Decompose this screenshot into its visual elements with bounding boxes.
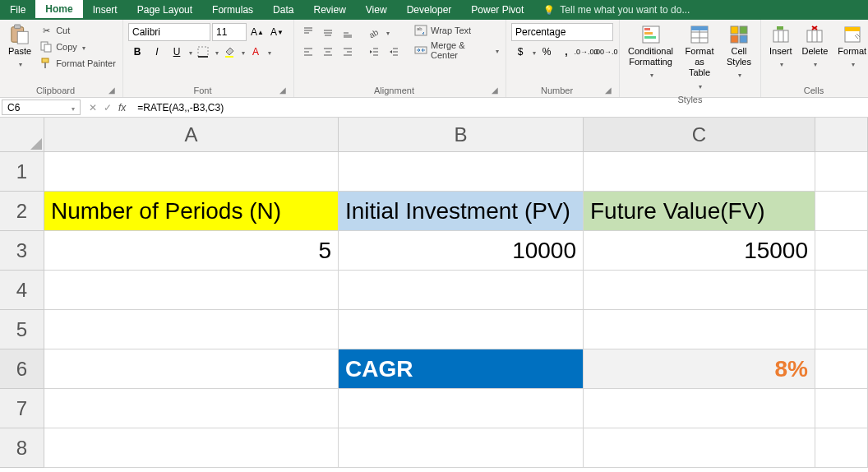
fill-dropdown-icon[interactable] bbox=[240, 46, 245, 58]
increase-indent-button[interactable] bbox=[385, 43, 403, 61]
paste-button[interactable]: Paste bbox=[5, 23, 35, 71]
cell-a5[interactable] bbox=[44, 310, 339, 349]
cell-d1[interactable] bbox=[815, 152, 868, 192]
clipboard-launcher-icon[interactable]: ◢ bbox=[106, 84, 118, 95]
cell-b4[interactable] bbox=[339, 271, 584, 310]
col-head-blank[interactable] bbox=[815, 118, 868, 152]
cell-a1[interactable] bbox=[44, 152, 339, 192]
align-center-button[interactable] bbox=[319, 43, 337, 61]
orientation-dropdown-icon[interactable] bbox=[385, 26, 390, 38]
align-top-button[interactable] bbox=[299, 23, 317, 41]
format-painter-button[interactable]: Format Painter bbox=[38, 56, 118, 71]
fill-color-button[interactable] bbox=[220, 43, 238, 61]
cell-styles-button[interactable]: Cell Styles bbox=[723, 23, 755, 82]
tab-view[interactable]: View bbox=[356, 0, 397, 20]
borders-button[interactable] bbox=[194, 43, 212, 61]
font-name-select[interactable] bbox=[128, 23, 210, 41]
number-launcher-icon[interactable]: ◢ bbox=[603, 84, 614, 95]
font-size-select[interactable] bbox=[212, 23, 247, 41]
tab-file[interactable]: File bbox=[0, 0, 35, 20]
comma-button[interactable]: , bbox=[557, 43, 575, 61]
increase-decimal-button[interactable]: .0→.00 bbox=[577, 43, 595, 61]
font-launcher-icon[interactable]: ◢ bbox=[277, 84, 289, 95]
bold-button[interactable]: B bbox=[128, 43, 146, 61]
copy-button[interactable]: Copy bbox=[38, 39, 118, 54]
cell-a6[interactable] bbox=[44, 349, 339, 389]
row-head-5[interactable]: 5 bbox=[0, 310, 44, 349]
orientation-button[interactable]: ab bbox=[365, 23, 383, 41]
cell-d8[interactable] bbox=[815, 428, 868, 468]
col-head-c[interactable]: C bbox=[584, 118, 815, 152]
decrease-decimal-button[interactable]: .00→.0 bbox=[597, 43, 615, 61]
col-head-b[interactable]: B bbox=[339, 118, 584, 152]
conditional-formatting-button[interactable]: Conditional Formatting bbox=[625, 23, 676, 82]
currency-button[interactable]: $ bbox=[511, 43, 529, 61]
cell-d7[interactable] bbox=[815, 389, 868, 428]
col-head-a[interactable]: A bbox=[44, 118, 339, 152]
tab-insert[interactable]: Insert bbox=[83, 0, 127, 20]
fx-icon[interactable]: fx bbox=[118, 102, 126, 113]
cell-b3[interactable]: 10000 bbox=[339, 231, 584, 271]
cell-d4[interactable] bbox=[815, 271, 868, 310]
cell-d5[interactable] bbox=[815, 310, 868, 349]
row-head-3[interactable]: 3 bbox=[0, 231, 44, 271]
cell-c7[interactable] bbox=[584, 389, 815, 428]
wrap-text-button[interactable]: ab Wrap Text bbox=[413, 23, 501, 38]
tab-home[interactable]: Home bbox=[35, 0, 82, 20]
cell-b1[interactable] bbox=[339, 152, 584, 192]
tab-review[interactable]: Review bbox=[303, 0, 355, 20]
alignment-launcher-icon[interactable]: ◢ bbox=[489, 84, 501, 95]
enter-formula-icon[interactable]: ✓ bbox=[104, 102, 112, 113]
cell-c2[interactable]: Future Value(FV) bbox=[584, 192, 815, 231]
format-cells-button[interactable]: Format bbox=[834, 23, 868, 71]
cell-a2[interactable]: Number of Periods (N) bbox=[44, 192, 339, 231]
cell-b6[interactable]: CAGR bbox=[339, 349, 584, 389]
select-all-corner[interactable] bbox=[0, 118, 44, 152]
tab-formulas[interactable]: Formulas bbox=[202, 0, 263, 20]
row-head-8[interactable]: 8 bbox=[0, 428, 44, 468]
cell-c1[interactable] bbox=[584, 152, 815, 192]
insert-cells-button[interactable]: Insert bbox=[766, 23, 796, 71]
cell-b7[interactable] bbox=[339, 389, 584, 428]
tab-power-pivot[interactable]: Power Pivot bbox=[461, 0, 533, 20]
tab-data[interactable]: Data bbox=[263, 0, 303, 20]
decrease-font-button[interactable]: A▼ bbox=[268, 23, 286, 41]
cell-c6[interactable]: 8% bbox=[584, 349, 815, 389]
cancel-formula-icon[interactable]: ✕ bbox=[89, 102, 97, 113]
align-middle-button[interactable] bbox=[319, 23, 337, 41]
cell-b5[interactable] bbox=[339, 310, 584, 349]
cell-c4[interactable] bbox=[584, 271, 815, 310]
currency-dropdown-icon[interactable] bbox=[531, 46, 536, 58]
row-head-1[interactable]: 1 bbox=[0, 152, 44, 192]
cell-a7[interactable] bbox=[44, 389, 339, 428]
row-head-2[interactable]: 2 bbox=[0, 192, 44, 231]
cut-button[interactable]: ✂ Cut bbox=[38, 23, 118, 38]
tell-me-search[interactable]: Tell me what you want to do... bbox=[533, 0, 868, 20]
cell-a8[interactable] bbox=[44, 428, 339, 468]
tab-page-layout[interactable]: Page Layout bbox=[127, 0, 202, 20]
align-bottom-button[interactable] bbox=[339, 23, 357, 41]
cell-c5[interactable] bbox=[584, 310, 815, 349]
format-as-table-button[interactable]: Format as Table bbox=[680, 23, 719, 93]
italic-button[interactable]: I bbox=[148, 43, 166, 61]
delete-cells-button[interactable]: Delete bbox=[799, 23, 832, 71]
cell-b2[interactable]: Initial Investment (PV) bbox=[339, 192, 584, 231]
number-format-select[interactable] bbox=[511, 23, 613, 41]
cell-a3[interactable]: 5 bbox=[44, 231, 339, 271]
cell-c8[interactable] bbox=[584, 428, 815, 468]
underline-button[interactable]: U bbox=[168, 43, 186, 61]
increase-font-button[interactable]: A▲ bbox=[248, 23, 266, 41]
cell-d6[interactable] bbox=[815, 349, 868, 389]
formula-input[interactable]: =RATE(A3,,-B3,C3) bbox=[132, 98, 868, 117]
cell-b8[interactable] bbox=[339, 428, 584, 468]
row-head-6[interactable]: 6 bbox=[0, 349, 44, 389]
cell-d2[interactable] bbox=[815, 192, 868, 231]
tab-developer[interactable]: Developer bbox=[397, 0, 462, 20]
name-box[interactable]: C6 bbox=[2, 99, 81, 115]
merge-center-button[interactable]: Merge & Center bbox=[413, 39, 501, 61]
underline-dropdown-icon[interactable] bbox=[187, 46, 192, 58]
font-color-dropdown-icon[interactable] bbox=[266, 46, 271, 58]
align-left-button[interactable] bbox=[299, 43, 317, 61]
font-color-button[interactable]: A bbox=[247, 43, 265, 61]
cell-d3[interactable] bbox=[815, 231, 868, 271]
